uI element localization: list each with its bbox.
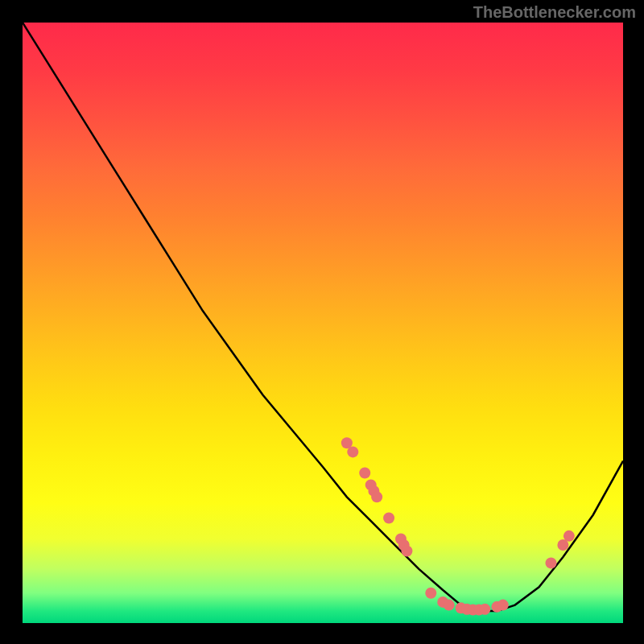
data-point [347,446,358,457]
curve-line [23,23,623,611]
data-point [444,600,455,611]
data-point [383,512,394,523]
data-point [401,545,412,556]
data-point [479,604,490,615]
data-point [497,600,509,611]
data-point [564,530,575,542]
data-point [545,557,556,568]
data-point [425,588,436,599]
data-point [359,468,370,479]
chart-svg [23,23,623,623]
attribution-text: TheBottlenecker.com [473,3,636,22]
data-point [371,491,382,502]
curve-path [23,23,623,611]
